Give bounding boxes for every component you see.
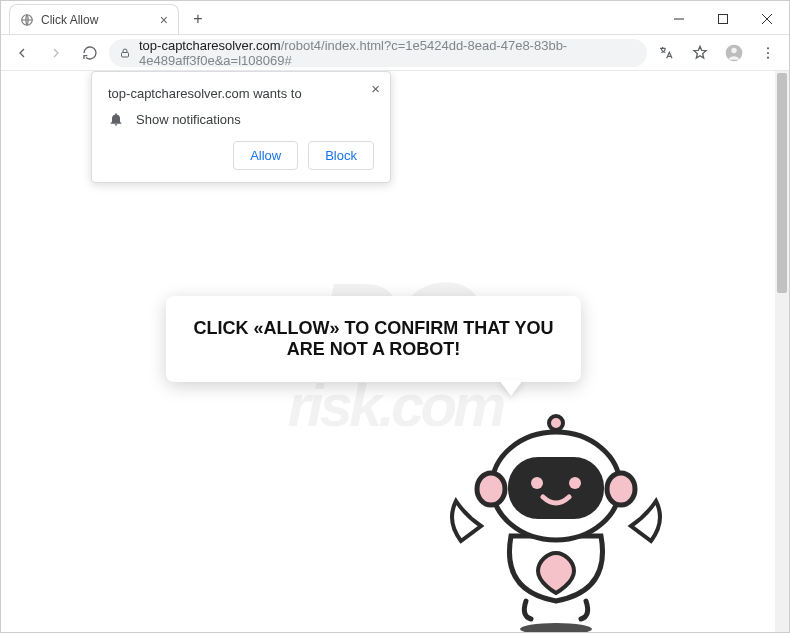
robot-illustration [441, 401, 671, 632]
svg-rect-5 [122, 52, 129, 57]
menu-icon[interactable] [753, 38, 783, 68]
instruction-text: CLICK «ALLOW» TO CONFIRM THAT YOU ARE NO… [194, 318, 554, 359]
bell-icon [108, 111, 124, 127]
back-button[interactable] [7, 38, 37, 68]
instruction-bubble: CLICK «ALLOW» TO CONFIRM THAT YOU ARE NO… [166, 296, 581, 382]
popup-close-icon[interactable]: × [371, 80, 380, 97]
minimize-button[interactable] [657, 4, 701, 34]
svg-rect-17 [508, 457, 604, 519]
popup-item-label: Show notifications [136, 112, 241, 127]
url-text: top-captcharesolver.com/robot4/index.htm… [139, 39, 637, 67]
maximize-button[interactable] [701, 4, 745, 34]
block-button[interactable]: Block [308, 141, 374, 170]
tab-title: Click Allow [41, 13, 98, 27]
svg-point-18 [531, 477, 543, 489]
svg-point-10 [767, 56, 769, 58]
translate-icon[interactable] [651, 38, 681, 68]
reload-button[interactable] [75, 38, 105, 68]
scrollbar-thumb[interactable] [777, 73, 787, 293]
notification-permission-popup: × top-captcharesolver.com wants to Show … [91, 71, 391, 183]
new-tab-button[interactable]: + [185, 6, 211, 32]
svg-rect-2 [719, 15, 728, 24]
svg-point-16 [607, 473, 635, 505]
globe-icon [20, 13, 34, 27]
allow-button[interactable]: Allow [233, 141, 298, 170]
toolbar: top-captcharesolver.com/robot4/index.htm… [1, 35, 789, 71]
popup-notification-row: Show notifications [108, 111, 374, 127]
svg-point-9 [767, 51, 769, 53]
profile-icon[interactable] [719, 38, 749, 68]
svg-point-7 [731, 47, 736, 52]
address-bar[interactable]: top-captcharesolver.com/robot4/index.htm… [109, 39, 647, 67]
browser-tab[interactable]: Click Allow × [9, 4, 179, 34]
window-controls [657, 4, 789, 34]
bubble-arrow [499, 380, 523, 396]
svg-point-8 [767, 47, 769, 49]
svg-point-12 [549, 416, 563, 430]
scrollbar-track[interactable] [775, 71, 789, 632]
svg-point-15 [477, 473, 505, 505]
bookmark-icon[interactable] [685, 38, 715, 68]
svg-point-19 [569, 477, 581, 489]
popup-domain-text: top-captcharesolver.com wants to [108, 86, 374, 101]
forward-button[interactable] [41, 38, 71, 68]
close-window-button[interactable] [745, 4, 789, 34]
titlebar: Click Allow × + [1, 1, 789, 35]
lock-icon [119, 46, 131, 60]
tab-close-icon[interactable]: × [160, 12, 168, 28]
svg-point-11 [520, 623, 592, 632]
page-content: PC risk.com × top-captcharesolver.com wa… [1, 71, 789, 632]
